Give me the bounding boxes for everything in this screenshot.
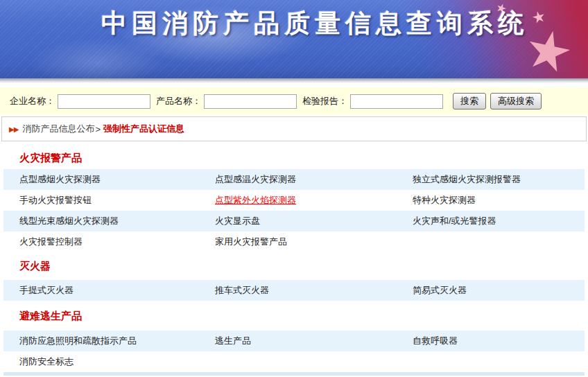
table-row: 线型光束感烟火灾探测器 火灾显示盘 火灾声和/或光警报器 [3,211,585,231]
product-link[interactable]: 自救呼吸器 [413,331,585,351]
site-title: 中国消防产品质量信息查询系统 [101,6,559,41]
product-category-list: 火灾报警产品 点型感烟火灾探测器 点型感温火灾探测器 独立式感烟火灾探测报警器 … [3,147,585,372]
company-name-label: 企业名称： [10,95,55,107]
product-link[interactable]: 特种火灾探测器 [413,190,585,211]
product-link[interactable]: 线型光束感烟火灾探测器 [19,211,215,231]
banner-shadow [0,78,588,83]
search-button[interactable]: 搜索 [453,93,486,109]
product-link[interactable]: 消防安全标志 [19,351,215,372]
section-title-escape: 避难逃生产品 [3,301,585,331]
product-link[interactable]: 简易式灭火器 [413,280,585,301]
product-link[interactable]: 手动火灾报警按钮 [19,190,215,211]
breadcrumb: ▶▶ 消防产品信息公布 > 强制性产品认证信息 [1,116,587,141]
product-link[interactable]: 独立式感烟火灾探测报警器 [413,169,585,190]
product-link[interactable]: 点型感温火灾探测器 [215,169,413,190]
breadcrumb-current: 强制性产品认证信息 [103,123,184,135]
banner: 中国消防产品质量信息查询系统 [0,0,588,78]
product-link[interactable]: 火灾报警控制器 [19,231,215,252]
table-row: 手动火灾报警按钮 点型紫外火焰探测器 特种火灾探测器 [3,190,585,211]
product-link[interactable]: 点型感烟火灾探测器 [19,169,215,190]
report-label: 检验报告： [302,95,347,107]
product-link[interactable]: 火灾声和/或光警报器 [413,211,585,231]
product-link[interactable]: 家用火灾报警产品 [215,231,413,252]
product-link-hovered[interactable]: 点型紫外火焰探测器 [215,190,413,211]
advanced-search-button[interactable]: 高级搜索 [490,93,542,109]
product-link[interactable]: 手提式灭火器 [19,280,215,301]
table-row: 点型感烟火灾探测器 点型感温火灾探测器 独立式感烟火灾探测报警器 [3,169,585,190]
product-name-input[interactable] [204,94,297,109]
section-title-extinguisher: 灭火器 [3,252,585,280]
table-row: 手提式灭火器 推车式灭火器 简易式灭火器 [3,280,585,301]
company-name-input[interactable] [58,94,150,109]
product-link [413,231,585,252]
section-title-fire-alarm: 火灾报警产品 [3,147,585,169]
product-link[interactable]: 消防应急照明和疏散指示产品 [19,331,215,351]
breadcrumb-separator: > [95,124,101,134]
report-input[interactable] [350,94,443,109]
table-row: 消防安全标志 [3,351,585,372]
breadcrumb-arrows-icon: ▶▶ [9,125,18,133]
search-bar: 企业名称： 产品名称： 检验报告： 搜索 高级搜索 [0,87,588,115]
table-row: 火灾报警控制器 家用火灾报警产品 [3,231,585,252]
product-name-label: 产品名称： [156,95,201,107]
footer-strip [3,372,585,376]
banner-cloud-highlight-2 [28,38,166,78]
product-link[interactable]: 推车式灭火器 [215,280,413,301]
page: 中国消防产品质量信息查询系统 企业名称： 产品名称： 检验报告： 搜索 高级搜索… [0,0,588,377]
product-link[interactable]: 逃生产品 [215,331,413,351]
table-row: 消防应急照明和疏散指示产品 逃生产品 自救呼吸器 [3,331,585,351]
product-link[interactable]: 火灾显示盘 [215,211,413,231]
breadcrumb-parent-link[interactable]: 消防产品信息公布 [22,123,94,135]
